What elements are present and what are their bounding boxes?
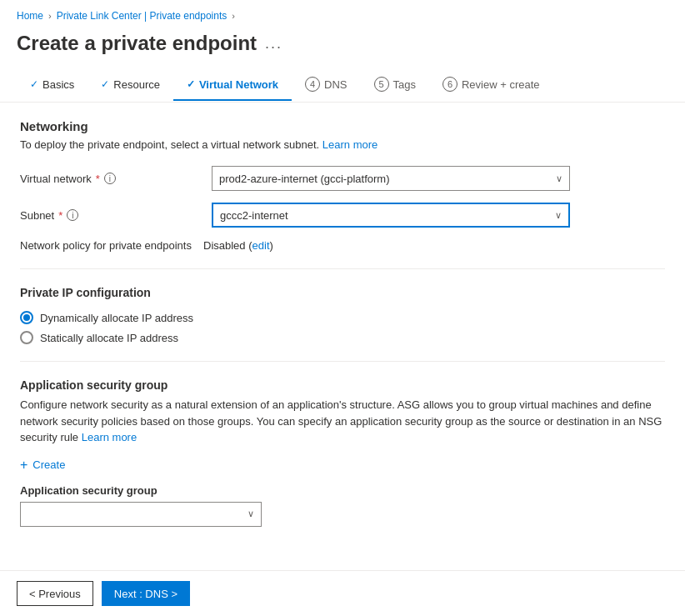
breadcrumb-private-link[interactable]: Private Link Center | Private endpoints xyxy=(57,10,228,22)
tab-resource-label: Resource xyxy=(113,78,160,91)
breadcrumb-sep1: › xyxy=(48,11,52,21)
tab-tags-label: Tags xyxy=(393,78,416,91)
private-ip-section: Private IP configuration Dynamically all… xyxy=(20,286,665,344)
breadcrumb-home[interactable]: Home xyxy=(17,10,43,22)
tab-basics[interactable]: ✓ Basics xyxy=(17,70,88,101)
networking-section: Networking To deploy the private endpoin… xyxy=(20,119,665,252)
networking-learn-more-link[interactable]: Learn more xyxy=(322,138,378,151)
tab-resource-check: ✓ xyxy=(101,78,109,90)
networking-desc-text: To deploy the private endpoint, select a… xyxy=(20,138,319,151)
policy-edit-link[interactable]: edit xyxy=(252,239,270,252)
vnet-dropdown-value: prod2-azure-internet (gcci-platform) xyxy=(219,173,389,185)
policy-value: Disabled (edit) xyxy=(203,239,273,252)
previous-button[interactable]: < Previous xyxy=(17,581,93,606)
page-title: Create a private endpoint xyxy=(17,32,257,55)
static-ip-radio[interactable] xyxy=(20,331,33,344)
tab-virtual-network[interactable]: ✓ Virtual Network xyxy=(173,70,292,101)
tab-tags[interactable]: 5 Tags xyxy=(361,68,429,102)
networking-title: Networking xyxy=(20,119,665,133)
wizard-tabs: ✓ Basics ✓ Resource ✓ Virtual Network 4 … xyxy=(0,68,685,103)
asg-section: Application security group Configure net… xyxy=(20,378,665,527)
asg-create-button[interactable]: + Create xyxy=(20,458,65,473)
subnet-dropdown-value: gccc2-internet xyxy=(220,209,288,222)
virtual-network-label: Virtual network * i xyxy=(20,173,203,185)
tab-review-label: Review + create xyxy=(462,78,540,91)
vnet-info-icon[interactable]: i xyxy=(104,173,116,184)
subnet-label-text: Subnet xyxy=(20,209,54,222)
virtual-network-dropdown[interactable]: prod2-azure-internet (gcci-platform) ∨ xyxy=(212,166,570,191)
plus-icon: + xyxy=(20,458,28,473)
subnet-control: gccc2-internet ∨ xyxy=(212,203,665,228)
ellipsis-menu-button[interactable]: ... xyxy=(265,35,282,53)
asg-create-label: Create xyxy=(32,458,65,471)
policy-row: Network policy for private endpoints Dis… xyxy=(20,239,665,252)
divider-1 xyxy=(20,268,665,269)
tab-review-num: 6 xyxy=(442,77,458,92)
tab-basics-check: ✓ xyxy=(30,78,38,90)
subnet-label: Subnet * i xyxy=(20,209,203,222)
breadcrumb: Home › Private Link Center | Private end… xyxy=(0,0,685,28)
vnet-required: * xyxy=(96,173,100,185)
content-area: Networking To deploy the private endpoin… xyxy=(0,103,685,543)
tab-dns-num: 4 xyxy=(305,77,320,92)
dynamic-ip-label: Dynamically allocate IP address xyxy=(40,312,193,324)
asg-dropdown-arrow: ∨ xyxy=(248,508,254,519)
tab-virtual-network-label: Virtual Network xyxy=(199,78,278,91)
tab-resource[interactable]: ✓ Resource xyxy=(88,70,173,101)
static-ip-option[interactable]: Statically allocate IP address xyxy=(20,331,665,344)
asg-title: Application security group xyxy=(20,378,665,392)
asg-learn-more-link[interactable]: Learn more xyxy=(82,431,137,443)
vnet-label-text: Virtual network xyxy=(20,173,92,185)
breadcrumb-sep2: › xyxy=(232,11,235,21)
dynamic-ip-radio[interactable] xyxy=(20,311,33,324)
next-button[interactable]: Next : DNS > xyxy=(102,581,190,606)
tab-tags-num: 5 xyxy=(374,77,389,92)
asg-dropdown[interactable]: ∨ xyxy=(20,502,262,527)
tab-dns-label: DNS xyxy=(324,78,347,91)
asg-desc: Configure network security as a natural … xyxy=(20,397,665,446)
networking-desc: To deploy the private endpoint, select a… xyxy=(20,138,665,151)
static-ip-label: Statically allocate IP address xyxy=(40,332,178,344)
tab-dns[interactable]: 4 DNS xyxy=(292,68,360,102)
page-header: Create a private endpoint ... xyxy=(0,28,685,68)
subnet-dropdown-arrow: ∨ xyxy=(555,210,562,221)
footer-bar: < Previous Next : DNS > xyxy=(0,570,685,616)
dynamic-ip-option[interactable]: Dynamically allocate IP address xyxy=(20,311,665,324)
ip-radio-group: Dynamically allocate IP address Statical… xyxy=(20,311,665,344)
subnet-required: * xyxy=(58,209,62,222)
subnet-row: Subnet * i gccc2-internet ∨ xyxy=(20,203,665,228)
tab-basics-label: Basics xyxy=(42,78,74,91)
asg-col-label: Application security group xyxy=(20,484,665,497)
virtual-network-row: Virtual network * i prod2-azure-internet… xyxy=(20,166,665,191)
subnet-dropdown[interactable]: gccc2-internet ∨ xyxy=(212,203,570,228)
private-ip-title: Private IP configuration xyxy=(20,286,665,299)
subnet-info-icon[interactable]: i xyxy=(67,209,78,221)
divider-2 xyxy=(20,361,665,362)
vnet-dropdown-arrow: ∨ xyxy=(556,173,562,184)
policy-label: Network policy for private endpoints xyxy=(20,239,203,252)
tab-vnet-check: ✓ xyxy=(187,78,195,90)
policy-value-text: Disabled xyxy=(203,239,246,252)
tab-review-create[interactable]: 6 Review + create xyxy=(429,68,553,102)
vnet-control: prod2-azure-internet (gcci-platform) ∨ xyxy=(212,166,665,191)
